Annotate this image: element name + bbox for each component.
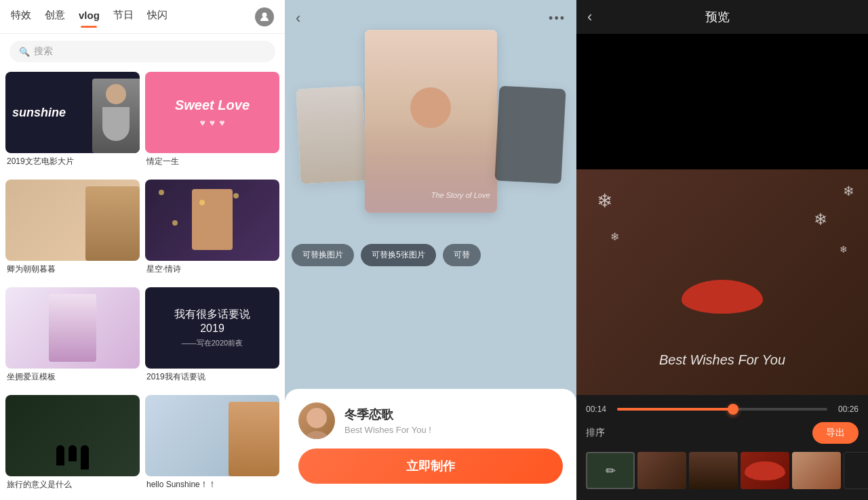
- tab-vlog[interactable]: vlog: [79, 9, 100, 24]
- snowflake-2: ❄: [843, 183, 854, 199]
- template-label-7: 旅行的意义是什么: [5, 479, 140, 495]
- bokeh-4: [233, 193, 239, 199]
- lady-figure: [85, 186, 140, 261]
- info-card: 冬季恋歌 Best Wishes For You ! 立即制作: [285, 389, 576, 500]
- search-icon: 🔍: [19, 47, 30, 57]
- person-silhouette: [92, 79, 140, 153]
- text-2019-main: 我有很多话要说2019: [174, 308, 250, 336]
- tab-chuangyi[interactable]: 创意: [45, 9, 65, 24]
- template-thumb-sunshine: sunshine: [5, 72, 140, 153]
- timeline-section: 00:14 00:26 排序 导出 ✏: [576, 395, 868, 500]
- template-label-8: hello Sunshine！！: [145, 479, 279, 495]
- chip-replace-5[interactable]: 可替换5张图片: [361, 244, 436, 266]
- hearts-decoration: ♥ ♥ ♥: [200, 117, 225, 128]
- editor-preview-area: [576, 34, 868, 169]
- best-wishes-text: Best Wishes For You: [659, 352, 785, 368]
- avatar-body: [302, 431, 332, 439]
- tab-bar: 特效 创意 vlog 节日 快闪: [0, 0, 285, 34]
- bokeh-1: [159, 190, 164, 195]
- clip-strip: ✏: [586, 452, 859, 495]
- template-list-panel: 特效 创意 vlog 节日 快闪 🔍 搜索 sunshine 201: [0, 0, 285, 500]
- template-card-4[interactable]: 星空·情诗: [145, 180, 279, 282]
- time-start: 00:14: [586, 404, 610, 414]
- search-bar[interactable]: 🔍 搜索: [9, 41, 275, 62]
- template-name: 冬季恋歌: [344, 407, 563, 423]
- user-avatar[interactable]: [255, 7, 274, 26]
- tab-teyuan[interactable]: 特效: [11, 9, 31, 24]
- sweet-love-text: Sweet Love: [175, 98, 250, 113]
- photo-girl-main: The Story of Love: [365, 30, 497, 213]
- snowflake-5: ❄: [840, 244, 848, 255]
- template-thumb-travel: [5, 395, 140, 476]
- photo-carousel: The Story of Love: [285, 43, 576, 226]
- template-card-2[interactable]: Sweet Love ♥ ♥ ♥ 情定一生: [145, 72, 279, 174]
- avatar-face: [307, 408, 327, 428]
- clip-thumb-4[interactable]: [792, 452, 841, 489]
- template-thumb-bride: [5, 287, 140, 369]
- template-card-3[interactable]: 卿为朝朝暮暮: [5, 180, 140, 282]
- template-thumb-lady: [5, 180, 140, 261]
- template-card-5[interactable]: 坐拥爱豆模板: [5, 287, 140, 390]
- template-meta: 冬季恋歌 Best Wishes For You !: [344, 407, 563, 435]
- template-card-6[interactable]: 我有很多话要说2019 ——写在2020前夜 2019我有话要说: [145, 287, 279, 390]
- search-placeholder-text: 搜索: [34, 45, 53, 58]
- template-card-8[interactable]: hello Sunshine！！: [145, 395, 279, 497]
- preview-back-button[interactable]: ‹: [296, 9, 300, 27]
- chip-replace-partial[interactable]: 可替: [443, 244, 481, 266]
- sunshine-text: sunshine: [12, 106, 66, 120]
- photo-girl-left: [296, 86, 367, 184]
- template-label-5: 坐拥爱豆模板: [5, 371, 140, 387]
- template-card-1[interactable]: sunshine 2019文艺电影大片: [5, 72, 140, 174]
- text-2019-sub: ——写在2020前夜: [182, 338, 243, 348]
- photo-caption: The Story of Love: [431, 191, 490, 199]
- template-thumb-2019: 我有很多话要说2019 ——写在2020前夜: [145, 287, 279, 369]
- template-avatar: [298, 402, 335, 439]
- preview-panel: ‹ ••• The Story of Love 可替换图片 可: [285, 0, 576, 500]
- hello-figure: [229, 402, 279, 476]
- create-button[interactable]: 立即制作: [298, 449, 563, 484]
- tab-jieri[interactable]: 节日: [113, 9, 134, 24]
- template-label-1: 2019文艺电影大片: [5, 156, 140, 171]
- timeline-row: 00:14 00:26: [586, 404, 859, 414]
- editor-header: ‹ 预览: [576, 0, 868, 34]
- time-end: 00:26: [834, 404, 859, 414]
- chip-replace-1[interactable]: 可替换图片: [292, 244, 354, 266]
- template-card-7[interactable]: 旅行的意义是什么: [5, 395, 140, 497]
- silhouettes: [56, 445, 89, 470]
- editor-back-button[interactable]: ‹: [587, 8, 592, 26]
- template-label-6: 2019我有话要说: [145, 371, 279, 387]
- editor-title: 预览: [592, 9, 842, 25]
- timeline-knob[interactable]: [728, 404, 738, 415]
- clip-thumb-edit[interactable]: ✏: [586, 452, 635, 489]
- edit-icon: ✏: [606, 463, 616, 478]
- timeline-progress: [617, 408, 733, 411]
- editor-video-frame: [576, 34, 868, 169]
- editor-content-frame: ❄ ❄ ❄ ❄ ❄ Best Wishes For You: [576, 169, 868, 395]
- template-info: 冬季恋歌 Best Wishes For You !: [298, 402, 563, 439]
- chip-row: 可替换图片 可替换5张图片 可替: [285, 244, 576, 266]
- clip-thumb-2[interactable]: [689, 452, 738, 489]
- snowflake-1: ❄: [597, 190, 612, 212]
- sort-row: 排序 导出: [586, 422, 859, 444]
- template-thumb-sweet-love: Sweet Love ♥ ♥ ♥: [145, 72, 279, 153]
- clip-thumb-5[interactable]: [844, 452, 868, 489]
- more-options-button[interactable]: •••: [549, 12, 566, 26]
- snowflake-3: ❄: [610, 230, 619, 243]
- clip-thumb-3[interactable]: [741, 452, 789, 489]
- clip-thumb-1[interactable]: [637, 452, 686, 489]
- template-label-4: 星空·情诗: [145, 264, 279, 279]
- template-thumb-stars: [145, 180, 279, 261]
- bride-figure: [49, 294, 96, 362]
- bokeh-2: [199, 200, 205, 205]
- video-thumbnail: ❄ ❄ ❄ ❄ ❄ Best Wishes For You: [576, 169, 868, 395]
- svg-point-0: [262, 12, 267, 17]
- sort-label: 排序: [586, 427, 605, 439]
- export-button[interactable]: 导出: [812, 422, 859, 444]
- template-desc: Best Wishes For You !: [344, 425, 563, 435]
- photo-card-right: [494, 86, 566, 184]
- tab-kuaishan[interactable]: 快闪: [147, 9, 167, 24]
- timeline-bar[interactable]: [617, 408, 827, 411]
- template-grid: sunshine 2019文艺电影大片 Sweet Love ♥ ♥ ♥ 情定一…: [0, 69, 285, 500]
- stars-figure: [192, 189, 233, 250]
- template-label-2: 情定一生: [145, 156, 279, 171]
